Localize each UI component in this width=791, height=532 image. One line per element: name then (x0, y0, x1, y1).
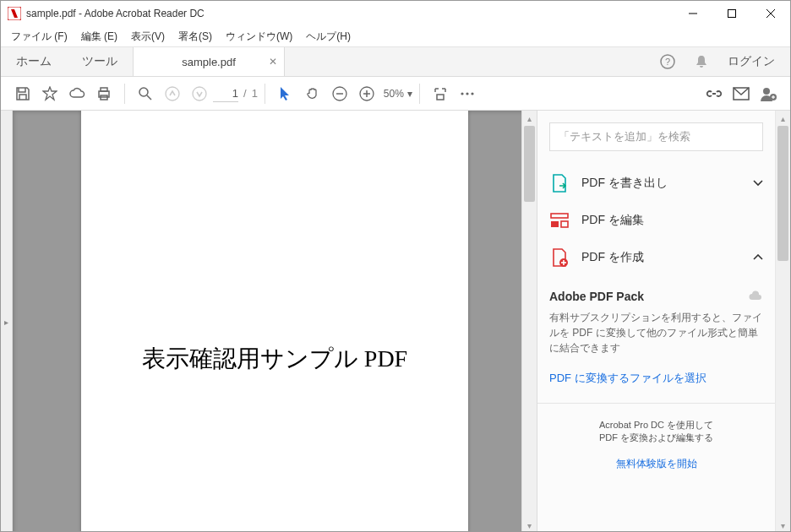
svg-point-13 (193, 87, 206, 100)
star-icon[interactable] (36, 80, 63, 107)
scroll-thumb[interactable] (524, 126, 535, 202)
document-tab[interactable]: sample.pdf ✕ (133, 47, 285, 76)
scroll-up-icon[interactable]: ▴ (776, 111, 790, 126)
chevron-down-icon (753, 180, 763, 187)
start-trial-link[interactable]: 無料体験版を開始 (549, 457, 763, 471)
svg-rect-28 (551, 221, 559, 227)
pdf-heading-text: 表示確認用サンプル PDF (142, 343, 407, 375)
export-pdf-tool[interactable]: PDF を書き出し (549, 165, 763, 202)
page-sep: / (243, 87, 247, 100)
edit-pdf-tool[interactable]: PDF を編集 (549, 202, 763, 239)
export-pdf-icon (549, 173, 570, 193)
pdf-pack-block: Adobe PDF Pack 有料サブスクリプションを利用すると、ファイルを P… (549, 290, 763, 386)
create-pdf-icon (549, 247, 570, 268)
pdf-page: 表示確認用サンプル PDF (81, 111, 468, 532)
svg-rect-27 (551, 214, 568, 218)
pack-title: Adobe PDF Pack (549, 290, 644, 303)
document-tab-label: sample.pdf (182, 56, 236, 68)
tabbar: ホーム ツール sample.pdf ✕ ? ログイン (1, 46, 790, 77)
page-indicator: / 1 (213, 85, 258, 102)
svg-rect-29 (561, 221, 568, 227)
save-icon[interactable] (9, 80, 36, 107)
more-tools-icon[interactable] (454, 80, 481, 107)
window-controls (674, 1, 790, 26)
print-icon[interactable] (90, 80, 117, 107)
chevron-up-icon (753, 254, 763, 261)
hand-tool-icon[interactable] (299, 80, 326, 107)
cloud-icon[interactable] (63, 80, 90, 107)
next-page-icon[interactable] (186, 80, 213, 107)
scroll-down-icon[interactable]: ▾ (776, 518, 790, 532)
page-input[interactable] (213, 85, 238, 102)
svg-point-21 (471, 92, 473, 95)
tab-close-icon[interactable]: ✕ (269, 56, 277, 68)
email-icon[interactable] (728, 80, 755, 107)
svg-point-23 (763, 88, 770, 95)
left-rail-toggle[interactable]: ▸ (1, 111, 13, 532)
zoom-select[interactable]: 50% ▾ (384, 88, 412, 100)
promo-line-1: Acrobat Pro DC を使用して (549, 419, 763, 432)
help-icon[interactable]: ? (660, 54, 675, 69)
viewer-scrollbar[interactable]: ▴ ▾ (521, 111, 537, 532)
share-user-icon[interactable] (755, 80, 782, 107)
svg-point-10 (139, 88, 148, 96)
menu-view[interactable]: 表示(V) (124, 28, 172, 46)
pack-description: 有料サブスクリプションを利用すると、ファイルを PDF に変換して他のファイル形… (549, 310, 763, 356)
close-button[interactable] (751, 1, 790, 26)
menubar: ファイル (F) 編集 (E) 表示(V) 署名(S) ウィンドウ(W) ヘルプ… (1, 26, 790, 46)
content-area: ▸ 表示確認用サンプル PDF ▴ ▾ 「テキストを追加」を検索 PDF を書き… (1, 111, 790, 532)
menu-sign[interactable]: 署名(S) (172, 28, 219, 46)
bell-icon[interactable] (694, 54, 709, 69)
svg-rect-2 (728, 10, 736, 18)
prev-page-icon[interactable] (159, 80, 186, 107)
tools-tab[interactable]: ツール (67, 47, 133, 76)
select-file-link[interactable]: PDF に変換するファイルを選択 (549, 371, 763, 386)
menu-edit[interactable]: 編集 (E) (74, 28, 124, 46)
tool-search-placeholder: 「テキストを追加」を検索 (559, 129, 690, 144)
tool-search-input[interactable]: 「テキストを追加」を検索 (549, 122, 763, 151)
menu-file[interactable]: ファイル (F) (4, 28, 74, 46)
scroll-down-icon[interactable]: ▾ (522, 518, 537, 532)
page-total: 1 (252, 87, 258, 100)
window-title: sample.pdf - Adobe Acrobat Reader DC (26, 8, 674, 19)
svg-text:?: ? (665, 57, 670, 67)
create-pdf-label: PDF を作成 (581, 250, 753, 265)
sidepanel-scrollbar[interactable]: ▴ ▾ (775, 111, 790, 532)
zoom-out-icon[interactable] (326, 80, 353, 107)
scroll-thumb[interactable] (777, 126, 788, 261)
chevron-down-icon: ▾ (407, 88, 412, 100)
svg-point-19 (461, 92, 463, 95)
promo-block: Acrobat Pro DC を使用して PDF を変換および編集する 無料体験… (537, 403, 775, 471)
share-link-icon[interactable] (701, 80, 728, 107)
toolbar: / 1 50% ▾ (1, 77, 790, 111)
login-button[interactable]: ログイン (728, 54, 775, 69)
zoom-value: 50% (384, 88, 404, 100)
home-tab[interactable]: ホーム (1, 47, 67, 76)
minimize-button[interactable] (674, 1, 712, 26)
selection-tool-icon[interactable] (272, 80, 299, 107)
promo-line-2: PDF を変換および編集する (549, 432, 763, 444)
fit-width-icon[interactable] (427, 80, 454, 107)
maximize-button[interactable] (712, 1, 751, 26)
menu-help[interactable]: ヘルプ(H) (299, 28, 357, 46)
menu-window[interactable]: ウィンドウ(W) (219, 28, 299, 46)
zoom-in-icon[interactable] (353, 80, 380, 107)
scroll-up-icon[interactable]: ▴ (522, 111, 537, 126)
edit-pdf-icon (549, 210, 570, 231)
app-logo-icon (8, 7, 21, 20)
svg-point-20 (466, 92, 468, 95)
find-icon[interactable] (132, 80, 159, 107)
svg-rect-8 (101, 88, 107, 91)
titlebar: sample.pdf - Adobe Acrobat Reader DC (1, 1, 790, 26)
edit-pdf-label: PDF を編集 (581, 213, 763, 228)
export-pdf-label: PDF を書き出し (581, 176, 753, 191)
svg-line-11 (147, 95, 151, 100)
create-pdf-tool[interactable]: PDF を作成 (549, 239, 763, 276)
cloud-sync-icon (748, 290, 763, 302)
document-viewer[interactable]: 表示確認用サンプル PDF ▴ ▾ (13, 111, 537, 532)
svg-point-12 (166, 87, 179, 100)
side-panel: 「テキストを追加」を検索 PDF を書き出し PDF を編集 PDF を作成 A… (537, 111, 790, 532)
